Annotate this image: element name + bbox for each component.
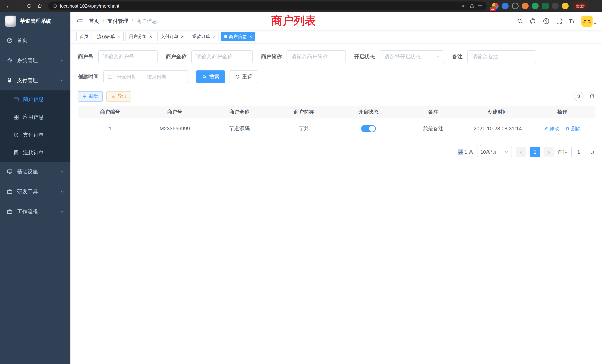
status-toggle[interactable] (361, 125, 376, 132)
font-size-icon[interactable]: TT (569, 18, 575, 24)
full-name-input[interactable] (191, 50, 253, 63)
extension-icon-gray[interactable] (512, 3, 519, 9)
breadcrumb-payment[interactable]: 支付管理 (108, 18, 128, 25)
extension-icon-colorful[interactable]: 10 (492, 3, 499, 9)
sidebar-subitem-label: 退款订单 (23, 149, 44, 156)
main-area: 首页 / 支付管理 / 商户信息 TT (70, 12, 602, 364)
grid-icon (13, 114, 19, 120)
filter-row-2: 创建时间 开始日期 - 结束日期 搜索 重置 (78, 70, 595, 83)
sidebar-item-workflow[interactable]: 工作流程 (0, 202, 70, 222)
sidebar-item-devtools[interactable]: 研发工具 (0, 182, 70, 202)
merchant-no-input[interactable] (98, 50, 158, 63)
sidebar-item-infra[interactable]: 基础设施 (0, 162, 70, 182)
search-button[interactable]: 搜索 (196, 70, 225, 83)
remark-input[interactable] (467, 50, 536, 63)
sidebar-subitem-app-info[interactable]: 应用信息 (0, 108, 70, 126)
toggle-search-button[interactable] (574, 92, 583, 101)
sidebar-item-payment[interactable]: ¥ 支付管理 (0, 70, 70, 90)
page-number-1[interactable]: 1 (530, 147, 540, 157)
column-header: 操作 (530, 109, 595, 115)
column-header: 商户编号 (78, 109, 142, 115)
sidebar-subitem-label: 应用信息 (23, 114, 44, 121)
back-button[interactable]: ← (4, 1, 13, 11)
sidebar-item-label: 支付管理 (17, 77, 56, 84)
credit-card-icon (13, 96, 19, 102)
forward-button[interactable]: → (14, 1, 24, 11)
status-select[interactable]: 请选择开启状态 (380, 50, 444, 63)
github-icon[interactable] (529, 18, 536, 24)
extension-icon-orange[interactable] (522, 3, 529, 9)
help-icon[interactable] (543, 18, 549, 24)
gear-icon (7, 57, 13, 63)
sidebar-subitem-pay-order[interactable]: 支付订单 (0, 126, 70, 144)
next-page-button[interactable]: › (544, 147, 554, 157)
chrome-update-button[interactable]: 更新 (572, 1, 588, 10)
create-time-field: 创建时间 开始日期 - 结束日期 (78, 70, 188, 83)
document-icon (13, 150, 19, 156)
address-bar[interactable]: localhost:1024/pay/merchant ☆ (48, 1, 487, 10)
tab-process-form[interactable]: 流程表单 × (94, 32, 124, 41)
goto-page-input[interactable] (571, 147, 586, 157)
sidebar-item-home[interactable]: 首页 (0, 30, 70, 50)
tab-close-icon[interactable]: × (213, 34, 215, 39)
merchant-table: 商户编号 商户号 商户全称 商户简称 开启状态 备注 创建时间 操作 1 M23… (78, 106, 595, 139)
password-key-icon[interactable] (461, 3, 466, 9)
download-icon (111, 94, 115, 98)
home-button[interactable] (35, 1, 44, 11)
export-button[interactable]: 导出 (106, 91, 131, 102)
extension-icon-green-circle[interactable] (532, 3, 539, 9)
user-menu[interactable]: ▾ (581, 16, 596, 27)
tab-close-icon[interactable]: × (118, 34, 120, 39)
prev-page-button[interactable]: ‹ (516, 147, 526, 157)
sidebar-item-system[interactable]: 系统管理 (0, 50, 70, 70)
column-header: 备注 (401, 109, 466, 115)
extension-icon-green-square[interactable] (542, 3, 549, 9)
cell-merchant-id: 1 (78, 126, 142, 132)
goto-suffix: 页 (590, 149, 595, 155)
sidebar-toggle-icon[interactable] (76, 18, 83, 24)
create-time-label: 创建时间 (78, 73, 99, 80)
tab-pay-order[interactable]: 支付订单 × (157, 32, 187, 41)
extension-icon-blue[interactable] (502, 3, 509, 9)
filter-row-1: 商户号 商户全称 商户简称 开启状态 请选择开启状态 (78, 50, 595, 63)
app-title: 芋道管理系统 (20, 18, 51, 25)
short-name-input[interactable] (287, 50, 346, 63)
fullscreen-icon[interactable] (556, 18, 562, 24)
breadcrumb: 首页 / 支付管理 / 商户信息 (89, 18, 157, 25)
site-info-icon[interactable] (53, 4, 57, 8)
tab-refund-order[interactable]: 退款订单 × (189, 32, 219, 41)
create-time-range-input[interactable]: 开始日期 - 结束日期 (103, 70, 188, 83)
breadcrumb-home[interactable]: 首页 (89, 18, 99, 25)
sidebar-subitem-label: 商户信息 (23, 96, 44, 103)
share-icon[interactable] (470, 3, 475, 9)
refresh-table-button[interactable] (589, 94, 595, 99)
chevron-down-icon (60, 209, 64, 214)
add-button[interactable]: 新增 (78, 91, 103, 102)
table-toolbar: 新增 导出 (78, 91, 595, 102)
status-label: 开启状态 (354, 53, 375, 60)
page-size-select[interactable]: 10条/页 (477, 147, 512, 157)
tab-home[interactable]: 首页 (76, 32, 92, 41)
tab-close-icon[interactable]: × (181, 34, 184, 39)
tab-close-icon[interactable]: × (249, 34, 252, 39)
sidebar-subitem-refund-order[interactable]: 退款订单 (0, 144, 70, 162)
tab-merchant-info[interactable]: 商户信息 × (221, 32, 255, 41)
short-name-label: 商户简称 (261, 53, 282, 60)
pagination: 共 1 条 10条/页 ‹ 1 › 前往 页 (78, 147, 595, 157)
reset-button[interactable]: 重置 (229, 70, 258, 83)
tab-close-icon[interactable]: × (149, 34, 152, 39)
status-select-placeholder: 请选择开启状态 (384, 53, 421, 60)
bookmark-star-icon[interactable]: ☆ (478, 3, 482, 9)
delete-link[interactable]: 删除 (565, 126, 581, 132)
app-logo[interactable]: 芋道管理系统 (0, 12, 70, 30)
extension-icon-dark[interactable] (552, 3, 559, 9)
reload-button[interactable] (24, 1, 34, 11)
edit-link[interactable]: 修改 (544, 126, 559, 132)
tab-user-group[interactable]: 用户分组 × (126, 32, 155, 41)
extension-icon-yellow[interactable] (562, 3, 569, 9)
tab-label: 支付订单 (161, 33, 178, 40)
pagination-total: 共 1 条 (458, 149, 473, 155)
sidebar-subitem-merchant-info[interactable]: 商户信息 (0, 90, 70, 108)
header-search-icon[interactable] (517, 18, 523, 24)
browser-menu-icon[interactable]: ⋮ (592, 3, 598, 9)
